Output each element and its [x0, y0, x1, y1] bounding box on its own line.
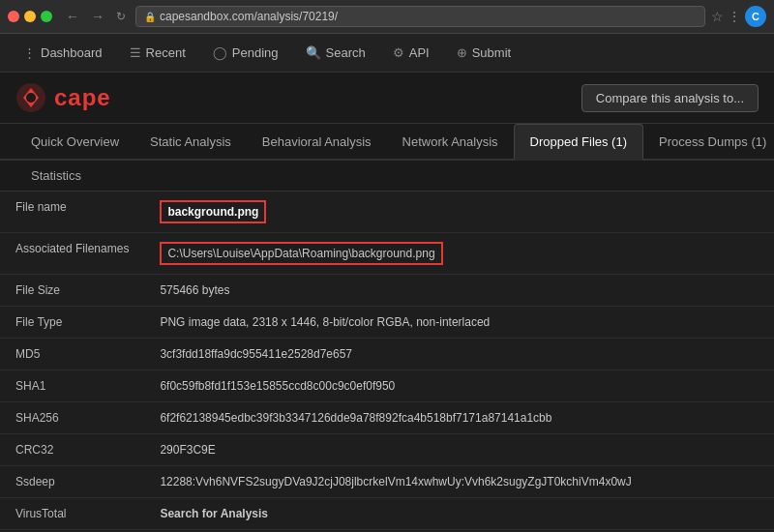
browser-navigation: ← → ↻	[62, 7, 130, 26]
file-info-table: File name background.png Associated File…	[0, 192, 774, 529]
tab-network-analysis[interactable]: Network Analysis	[387, 125, 514, 161]
associated-filenames-value: C:\Users\Louise\AppData\Roaming\backgrou…	[160, 242, 442, 265]
navbar: ⋮ Dashboard ☰ Recent ◯ Pending 🔍 Search …	[0, 34, 774, 73]
logo: cape	[15, 82, 111, 113]
row-md5: MD5 3cf3fdd18ffa9dc955411e2528d7e657	[0, 339, 774, 370]
tab-dropped-files[interactable]: Dropped Files (1)	[514, 124, 643, 161]
browser-chrome: ← → ↻ 🔒 capesandbox.com/analysis/70219/ …	[0, 0, 774, 34]
nav-submit[interactable]: ⊕ Submit	[445, 40, 522, 66]
tab-statistics-label: Statistics	[31, 168, 81, 183]
label-virustotal: VirusTotal	[0, 498, 144, 530]
tab-network-analysis-label: Network Analysis	[402, 134, 498, 149]
tab-dropped-files-label: Dropped Files (1)	[530, 134, 627, 149]
row-file-size: File Size 575466 bytes	[0, 275, 774, 307]
content-area: File name background.png Associated File…	[0, 192, 774, 532]
label-crc32: CRC32	[0, 434, 144, 466]
file-type-value: PNG image data, 2318 x 1446, 8-bit/color…	[144, 307, 774, 339]
user-avatar[interactable]: C	[745, 6, 766, 27]
tab-quick-overview[interactable]: Quick Overview	[15, 125, 134, 161]
label-associated-filenames: Associated Filenames	[0, 233, 144, 275]
tab-static-analysis-label: Static Analysis	[150, 134, 231, 149]
tab-process-dumps[interactable]: Process Dumps (1)	[643, 125, 774, 161]
label-file-type: File Type	[0, 307, 144, 339]
row-filename: File name background.png	[0, 192, 774, 233]
nav-search-label: Search	[326, 45, 366, 60]
compare-button[interactable]: Compare this analysis to...	[581, 84, 759, 112]
tab-process-dumps-label: Process Dumps (1)	[659, 134, 766, 149]
nav-submit-label: Submit	[472, 45, 511, 60]
filename-value: background.png	[160, 200, 266, 223]
maximize-window-btn[interactable]	[41, 11, 52, 22]
nav-pending-label: Pending	[232, 45, 279, 60]
address-bar[interactable]: 🔒 capesandbox.com/analysis/70219/	[135, 6, 705, 27]
nav-api-label: API	[409, 45, 430, 60]
sha256-value: 6f2f62138945edbc39f3b3347126dde9a78f892f…	[144, 402, 774, 434]
tab-behavioral-analysis-label: Behavioral Analysis	[262, 134, 372, 149]
virustotal-link[interactable]: Search for Analysis	[160, 507, 268, 520]
file-size-value: 575466 bytes	[144, 275, 774, 307]
api-icon: ⚙	[393, 45, 404, 60]
nav-recent[interactable]: ☰ Recent	[118, 40, 197, 66]
tabs-row1: Quick Overview Static Analysis Behaviora…	[0, 124, 774, 161]
minimize-window-btn[interactable]	[24, 11, 36, 22]
pending-icon: ◯	[213, 45, 227, 60]
recent-icon: ☰	[130, 45, 141, 60]
page-header: cape Compare this analysis to...	[0, 73, 774, 124]
tabs-row2: Statistics	[0, 161, 774, 192]
row-ssdeep: Ssdeep 12288:Vvh6NVFS2sugyDVa9J2cjJ08jlb…	[0, 466, 774, 498]
crc32-value: 290F3C9E	[144, 434, 774, 466]
forward-button[interactable]: →	[87, 7, 108, 26]
refresh-button[interactable]: ↻	[112, 7, 130, 26]
label-ssdeep: Ssdeep	[0, 466, 144, 498]
nav-pending[interactable]: ◯ Pending	[201, 40, 290, 66]
nav-dashboard-label: Dashboard	[41, 45, 103, 60]
row-crc32: CRC32 290F3C9E	[0, 434, 774, 466]
nav-search[interactable]: 🔍 Search	[294, 40, 377, 66]
ssdeep-value: 12288:Vvh6NVFS2sugyDVa9J2cjJ08jlbcrkelVm…	[144, 466, 774, 498]
row-sha1: SHA1 6f0c59fb8fd1f153e15855ccd8c00c9c0ef…	[0, 370, 774, 402]
row-associated-filenames: Associated Filenames C:\Users\Louise\App…	[0, 233, 774, 275]
label-md5: MD5	[0, 339, 144, 370]
nav-api[interactable]: ⚙ API	[381, 40, 441, 66]
svg-point-1	[26, 93, 36, 103]
close-window-btn[interactable]	[8, 11, 19, 22]
tab-quick-overview-label: Quick Overview	[31, 134, 119, 149]
nav-recent-label: Recent	[146, 45, 186, 60]
more-button[interactable]: ⋮	[728, 6, 741, 27]
label-file-size: File Size	[0, 275, 144, 307]
row-file-type: File Type PNG image data, 2318 x 1446, 8…	[0, 307, 774, 339]
row-sha256: SHA256 6f2f62138945edbc39f3b3347126dde9a…	[0, 402, 774, 434]
logo-text: cape	[54, 84, 111, 111]
back-button[interactable]: ←	[62, 7, 83, 26]
nav-dashboard[interactable]: ⋮ Dashboard	[12, 40, 114, 66]
label-filename: File name	[0, 192, 144, 233]
row-virustotal: VirusTotal Search for Analysis	[0, 498, 774, 530]
sha1-value: 6f0c59fb8fd1f153e15855ccd8c00c9c0ef0f950	[144, 370, 774, 402]
label-sha1: SHA1	[0, 370, 144, 402]
browser-actions: ☆ ⋮ C	[711, 6, 766, 27]
dashboard-icon: ⋮	[23, 45, 36, 60]
browser-window-controls	[8, 11, 52, 22]
search-icon: 🔍	[306, 45, 321, 60]
logo-icon	[15, 82, 46, 113]
label-sha256: SHA256	[0, 402, 144, 434]
tab-statistics[interactable]: Statistics	[15, 161, 97, 191]
tab-behavioral-analysis[interactable]: Behavioral Analysis	[247, 125, 387, 161]
lock-icon: 🔒	[144, 12, 156, 22]
bookmark-button[interactable]: ☆	[711, 6, 724, 27]
submit-icon: ⊕	[457, 45, 467, 60]
url-text: capesandbox.com/analysis/70219/	[160, 10, 338, 23]
md5-value: 3cf3fdd18ffa9dc955411e2528d7e657	[144, 339, 774, 370]
tab-static-analysis[interactable]: Static Analysis	[134, 125, 247, 161]
